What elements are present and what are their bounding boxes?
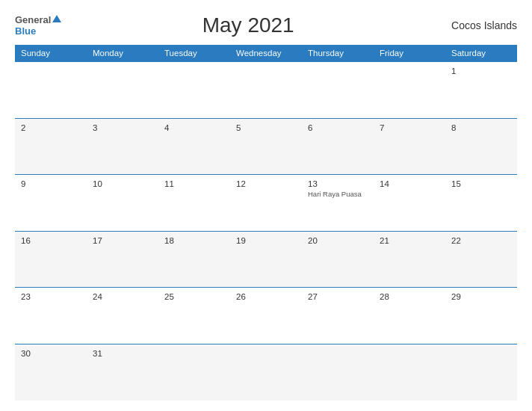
- day-number: 28: [380, 292, 439, 301]
- day-number: 8: [451, 123, 511, 132]
- day-number: 18: [164, 236, 224, 245]
- calendar-table: SundayMondayTuesdayWednesdayThursdayFrid…: [15, 45, 517, 401]
- calendar-day-cell: 29: [445, 288, 517, 344]
- weekday-header-thursday: Thursday: [302, 45, 374, 62]
- calendar-day-cell: 21: [374, 231, 445, 288]
- day-number: 30: [21, 349, 81, 358]
- calendar-day-cell: 4: [158, 118, 230, 175]
- day-number: 4: [164, 123, 224, 132]
- day-number: 19: [236, 236, 296, 245]
- calendar-day-cell: 24: [87, 288, 158, 344]
- day-number: 31: [93, 349, 152, 358]
- calendar-day-cell: 27: [302, 288, 374, 344]
- calendar-body: 12345678910111213Hari Raya Puasa14151617…: [15, 62, 517, 401]
- calendar-day-cell: [374, 62, 445, 119]
- calendar-day-cell: 17: [87, 231, 158, 288]
- logo-blue-text: Blue: [15, 25, 36, 37]
- day-number: 26: [236, 292, 296, 301]
- calendar-day-cell: [374, 344, 445, 401]
- calendar-day-cell: 25: [158, 288, 230, 344]
- day-number: 11: [164, 179, 224, 188]
- calendar-day-cell: 5: [230, 118, 302, 175]
- calendar-day-cell: [158, 344, 230, 401]
- calendar-event: Hari Raya Puasa: [308, 190, 368, 199]
- day-number: 5: [236, 123, 296, 132]
- calendar-day-cell: 16: [15, 231, 87, 288]
- day-number: 21: [380, 236, 439, 245]
- region-label: Cocos Islands: [435, 19, 517, 31]
- weekday-header-tuesday: Tuesday: [158, 45, 230, 62]
- day-number: 15: [451, 179, 511, 188]
- day-number: 10: [93, 179, 152, 188]
- day-number: 12: [236, 179, 296, 188]
- calendar-header-row: SundayMondayTuesdayWednesdayThursdayFrid…: [15, 45, 517, 62]
- day-number: 2: [21, 123, 81, 132]
- day-number: 17: [93, 236, 152, 245]
- day-number: 24: [93, 292, 152, 301]
- calendar-week-row: 2345678: [15, 118, 517, 175]
- day-number: 9: [21, 179, 81, 188]
- calendar-day-cell: 22: [445, 231, 517, 288]
- day-number: 1: [451, 67, 511, 75]
- calendar-day-cell: [15, 62, 87, 119]
- calendar-day-cell: 28: [374, 288, 445, 344]
- calendar-day-cell: [445, 344, 517, 401]
- calendar-day-cell: [87, 62, 158, 119]
- calendar-day-cell: 30: [15, 344, 87, 401]
- calendar-week-row: 16171819202122: [15, 231, 517, 288]
- calendar-day-cell: 2: [15, 118, 87, 175]
- day-number: 25: [164, 292, 224, 301]
- logo: General Blue: [15, 15, 61, 37]
- calendar-day-cell: 23: [15, 288, 87, 344]
- calendar-day-cell: 31: [87, 344, 158, 401]
- day-number: 13: [308, 179, 368, 188]
- calendar-day-cell: 26: [230, 288, 302, 344]
- calendar-day-cell: 10: [87, 175, 158, 232]
- calendar-day-cell: [230, 62, 302, 119]
- calendar-week-row: 23242526272829: [15, 288, 517, 344]
- calendar-day-cell: 12: [230, 175, 302, 232]
- calendar-day-cell: 11: [158, 175, 230, 232]
- day-number: 14: [380, 179, 439, 188]
- day-number: 22: [451, 236, 511, 245]
- calendar-day-cell: 13Hari Raya Puasa: [302, 175, 374, 232]
- calendar-day-cell: 3: [87, 118, 158, 175]
- calendar-day-cell: [230, 344, 302, 401]
- calendar-day-cell: 8: [445, 118, 517, 175]
- day-number: 20: [308, 236, 368, 245]
- day-number: 27: [308, 292, 368, 301]
- calendar-day-cell: [302, 344, 374, 401]
- weekday-header-wednesday: Wednesday: [230, 45, 302, 62]
- day-number: 6: [308, 123, 368, 132]
- weekday-header-saturday: Saturday: [445, 45, 517, 62]
- calendar-day-cell: 14: [374, 175, 445, 232]
- calendar-day-cell: 1: [445, 62, 517, 119]
- day-number: 7: [380, 123, 439, 132]
- weekday-header-sunday: Sunday: [15, 45, 87, 62]
- day-number: 23: [21, 292, 81, 301]
- calendar-day-cell: [302, 62, 374, 119]
- calendar-day-cell: 15: [445, 175, 517, 232]
- calendar-week-row: 3031: [15, 344, 517, 401]
- calendar-day-cell: [158, 62, 230, 119]
- day-number: 29: [451, 292, 511, 301]
- calendar-week-row: 910111213Hari Raya Puasa1415: [15, 175, 517, 232]
- calendar-day-cell: 7: [374, 118, 445, 175]
- calendar-day-cell: 18: [158, 231, 230, 288]
- weekday-header-friday: Friday: [374, 45, 445, 62]
- calendar-header: General Blue May 2021 Cocos Islands: [15, 13, 517, 37]
- logo-triangle-icon: [52, 15, 61, 22]
- calendar-week-row: 1: [15, 62, 517, 119]
- days-of-week-row: SundayMondayTuesdayWednesdayThursdayFrid…: [15, 45, 517, 62]
- day-number: 3: [93, 123, 152, 132]
- weekday-header-monday: Monday: [87, 45, 158, 62]
- calendar-day-cell: 20: [302, 231, 374, 288]
- calendar-title: May 2021: [61, 13, 435, 37]
- day-number: 16: [21, 236, 81, 245]
- logo-general-text: General: [15, 15, 51, 25]
- calendar-day-cell: 19: [230, 231, 302, 288]
- calendar-day-cell: 6: [302, 118, 374, 175]
- calendar-day-cell: 9: [15, 175, 87, 232]
